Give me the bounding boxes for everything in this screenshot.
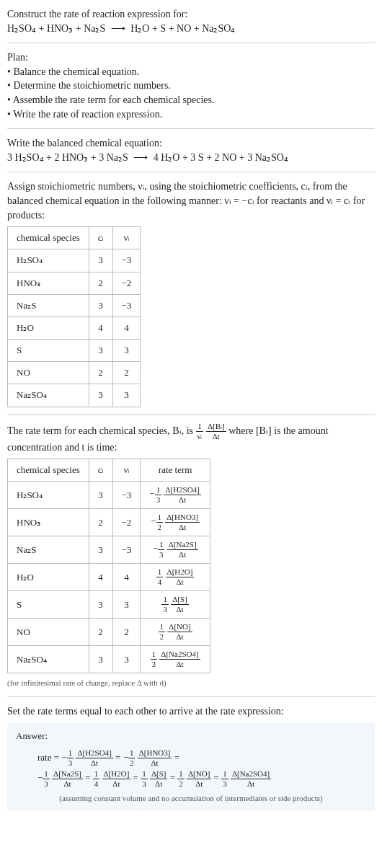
frac-num: 1 bbox=[43, 770, 50, 779]
frac-num: Δ[S] bbox=[171, 595, 189, 605]
ci-cell: 3 bbox=[89, 384, 112, 407]
rate-coef-frac: 1 νᵢ bbox=[196, 422, 204, 440]
frac-num: 1 bbox=[161, 595, 169, 605]
species-cell: Na₂SO₄ bbox=[8, 384, 89, 407]
balanced-block: Write the balanced chemical equation: 3 … bbox=[7, 136, 375, 164]
table-row: S3313 Δ[S]Δt bbox=[8, 591, 210, 619]
answer-prefix: rate = bbox=[37, 752, 61, 763]
infinitesimal-note: (for infinitesimal rate of change, repla… bbox=[7, 678, 375, 688]
fraction: Δ[NO]Δt bbox=[187, 770, 211, 788]
vi-cell: −3 bbox=[112, 294, 141, 316]
frac-num: 1 bbox=[151, 650, 158, 660]
balanced-rhs: 4 H₂O + 3 S + 2 NO + 3 Na₂SO₄ bbox=[154, 152, 288, 163]
frac-den: Δt bbox=[231, 779, 271, 788]
set-rate-block: Set the rate terms equal to each other t… bbox=[7, 704, 375, 811]
frac-num: 1 bbox=[196, 422, 204, 432]
table-row: Na₂S3−3−13 Δ[Na2S]Δt bbox=[8, 536, 210, 564]
table-header: νᵢ bbox=[112, 459, 141, 482]
frac-den: Δt bbox=[171, 605, 189, 614]
arrow-icon: ⟶ bbox=[130, 152, 151, 163]
answer-note: (assuming constant volume and no accumul… bbox=[16, 793, 366, 804]
fraction: 12 bbox=[156, 513, 164, 531]
intro-rhs: H₂O + S + NO + Na₂SO₄ bbox=[130, 23, 235, 34]
species-cell: Na₂S bbox=[8, 294, 89, 316]
frac-num: Δ[Na2SO4] bbox=[231, 770, 271, 779]
table-row: S33 bbox=[8, 340, 141, 362]
assign-text: Assign stoichiometric numbers, νᵢ, using… bbox=[7, 180, 375, 222]
species-cell: Na₂SO₄ bbox=[8, 646, 89, 673]
ci-cell: 4 bbox=[89, 564, 112, 591]
balanced-heading: Write the balanced chemical equation: bbox=[7, 136, 375, 151]
ci-cell: 4 bbox=[89, 316, 112, 339]
assign-block: Assign stoichiometric numbers, νᵢ, using… bbox=[7, 180, 375, 407]
ci-cell: 2 bbox=[89, 362, 112, 384]
frac-num: 1 bbox=[177, 770, 185, 779]
table-row: H₂O44 bbox=[8, 316, 141, 339]
frac-num: Δ[NO] bbox=[167, 623, 192, 632]
frac-num: 1 bbox=[67, 749, 74, 758]
fraction: 12 bbox=[177, 770, 185, 788]
divider bbox=[7, 696, 375, 697]
frac-num: 1 bbox=[159, 623, 166, 632]
frac-num: Δ[HNO3] bbox=[165, 513, 200, 523]
rate-term-cell: 13 Δ[Na2SO4]Δt bbox=[141, 646, 210, 673]
arrow-icon: ⟶ bbox=[108, 23, 128, 34]
ci-cell: 2 bbox=[89, 272, 112, 294]
frac-num: Δ[H2O] bbox=[102, 770, 131, 779]
frac-den: Δt bbox=[159, 660, 200, 668]
frac-num: Δ[Bᵢ] bbox=[206, 422, 226, 432]
frac-den: Δt bbox=[167, 550, 198, 559]
vi-cell: 3 bbox=[112, 591, 141, 619]
divider bbox=[7, 172, 375, 172]
vi-cell: −3 bbox=[112, 536, 141, 564]
frac-num: Δ[H2SO4] bbox=[164, 486, 200, 495]
vi-cell: 4 bbox=[112, 564, 141, 591]
balanced-lhs: 3 H₂SO₄ + 2 HNO₃ + 3 Na₂S bbox=[7, 152, 128, 163]
frac-den: Δt bbox=[165, 523, 200, 531]
divider bbox=[7, 43, 375, 43]
species-cell: H₂SO₄ bbox=[8, 482, 89, 509]
rate-term-cell: 14 Δ[H2O]Δt bbox=[141, 564, 210, 591]
answer-label: Answer: bbox=[16, 730, 366, 743]
species-cell: H₂O bbox=[8, 316, 89, 339]
fraction: 13 bbox=[67, 749, 74, 767]
frac-num: Δ[Na2S] bbox=[167, 541, 198, 550]
fraction: Δ[H2O]Δt bbox=[102, 770, 131, 788]
table-header: chemical species bbox=[8, 227, 89, 249]
fraction: Δ[Na2SO4]Δt bbox=[159, 650, 200, 668]
frac-num: Δ[S] bbox=[150, 770, 168, 779]
table-header: chemical species bbox=[8, 459, 89, 482]
ci-cell: 3 bbox=[89, 340, 112, 362]
table-row: Na₂SO₄33 bbox=[8, 384, 141, 407]
plan-item: • Write the rate of reaction expression. bbox=[7, 107, 375, 122]
fraction: 13 bbox=[43, 770, 50, 788]
frac-den: νᵢ bbox=[196, 432, 204, 440]
species-cell: Na₂S bbox=[8, 536, 89, 564]
rate-term-cell: 12 Δ[NO]Δt bbox=[141, 619, 210, 646]
ci-cell: 3 bbox=[89, 591, 112, 619]
table-row: H₂SO₄3−3−13 Δ[H2SO4]Δt bbox=[8, 482, 210, 509]
vi-cell: −2 bbox=[112, 509, 141, 536]
frac-num: 1 bbox=[128, 749, 136, 758]
table-header-row: chemical species cᵢ νᵢ bbox=[8, 227, 141, 249]
fraction: Δ[HNO3]Δt bbox=[165, 513, 200, 531]
frac-num: 1 bbox=[156, 568, 164, 577]
fraction: Δ[Na2S]Δt bbox=[167, 541, 198, 559]
fraction: Δ[H2O]Δt bbox=[166, 568, 195, 586]
frac-num: Δ[H2O] bbox=[166, 568, 195, 577]
plan-item: • Assemble the rate term for each chemic… bbox=[7, 93, 375, 107]
intro-equation: H₂SO₄ + HNO₃ + Na₂S ⟶ H₂O + S + NO + Na₂… bbox=[7, 22, 375, 36]
vi-cell: 3 bbox=[112, 384, 141, 407]
rate-term-text-a: The rate term for each chemical species,… bbox=[7, 425, 196, 435]
species-cell: NO bbox=[8, 619, 89, 646]
fraction: 14 bbox=[156, 568, 164, 586]
rate-delta-frac: Δ[Bᵢ] Δt bbox=[206, 422, 226, 440]
frac-den: 2 bbox=[177, 779, 185, 788]
answer-rate-expression: rate = −13 Δ[H2SO4]Δt = −12 Δ[HNO3]Δt = … bbox=[37, 748, 366, 789]
vi-cell: 4 bbox=[112, 316, 141, 339]
fraction: Δ[Na2SO4]Δt bbox=[231, 770, 271, 788]
frac-num: Δ[HNO3] bbox=[138, 749, 172, 758]
stoich-table: chemical species cᵢ νᵢ H₂SO₄3−3HNO₃2−2Na… bbox=[7, 226, 141, 407]
frac-den: Δt bbox=[138, 758, 172, 767]
table-row: HNO₃2−2−12 Δ[HNO3]Δt bbox=[8, 509, 210, 536]
